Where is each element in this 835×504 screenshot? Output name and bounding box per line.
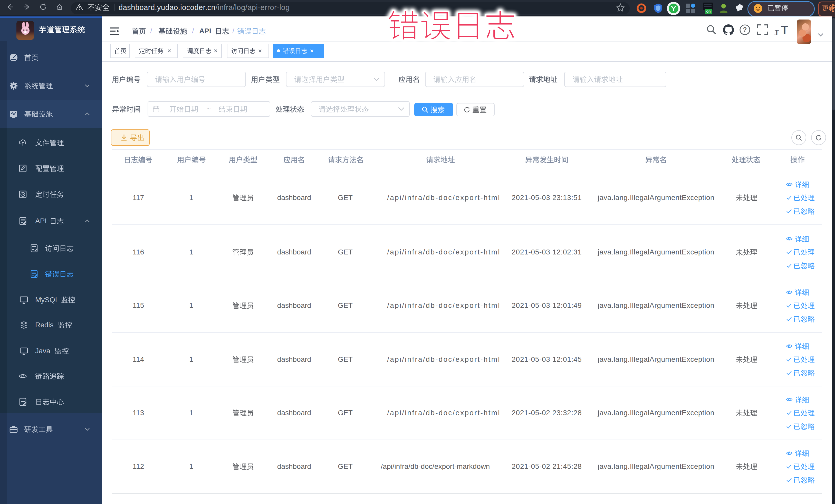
svg-text:on: on xyxy=(706,9,711,13)
svg-text:?: ? xyxy=(743,26,747,33)
